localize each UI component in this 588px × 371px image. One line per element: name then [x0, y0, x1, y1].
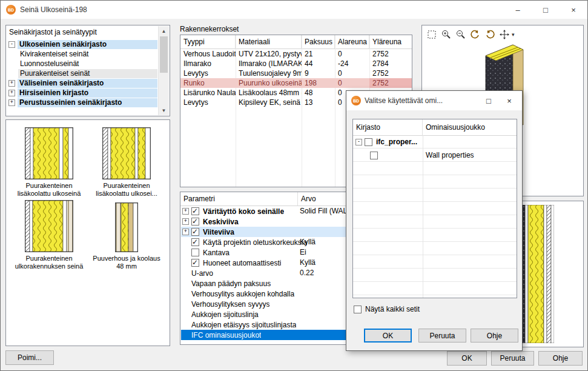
help-button[interactable]: Ohje — [538, 351, 583, 366]
pan-icon[interactable] — [498, 28, 510, 41]
layer-bottom-cell[interactable]: -24 — [335, 59, 369, 69]
dropdown-arrow-icon[interactable]: ▾ — [512, 32, 515, 38]
close-icon[interactable]: × — [560, 1, 587, 19]
checkbox-checked-icon[interactable] — [191, 238, 199, 246]
checkbox-checked-icon[interactable] — [191, 207, 199, 215]
param-value[interactable]: 0.22 — [300, 268, 314, 278]
param-value[interactable]: Solid Fill (WAL — [300, 206, 347, 216]
layer-thickness-cell[interactable]: 198 — [302, 78, 335, 88]
param-label: Verhousylitys aukkojen kohdalla — [191, 290, 294, 298]
layer-row[interactable]: Levytys Tuulensuojalevy 9m... 9 0 2752 — [180, 69, 412, 78]
checkbox-unchecked-icon[interactable] — [365, 138, 372, 146]
dialog-ok-button[interactable]: OK — [364, 329, 412, 343]
expand-icon[interactable]: + — [182, 218, 189, 225]
wall-type-thumbnail[interactable]: Puurakenteinen lisäkoolattu ulkoseinä — [12, 127, 86, 198]
rotate-left-icon[interactable] — [469, 28, 481, 41]
layer-thickness-cell[interactable]: 48 — [302, 88, 335, 98]
layer-row[interactable]: Verhous Laudoit... UTV 21x120, pystyv...… — [180, 49, 412, 59]
layers-title: Rakennekerrokset — [180, 25, 239, 33]
tree-item-perustusseinien-seinakirjasto[interactable]: + Perustusseinien seinäkirjasto — [7, 98, 157, 107]
scroll-up-icon[interactable]: ▲ — [159, 26, 169, 36]
layer-type-cell[interactable]: Verhous Laudoit... — [180, 49, 236, 59]
layer-type-cell[interactable]: Levytys — [180, 98, 236, 107]
scrollbar-thumb[interactable] — [160, 36, 168, 73]
checkbox-unchecked-icon[interactable] — [370, 152, 378, 159]
param-label: Huoneet automaattisesti — [203, 259, 281, 267]
layer-type-cell[interactable]: Runko — [180, 78, 236, 88]
checkbox-unchecked-icon[interactable] — [191, 249, 199, 256]
checkbox-checked-icon[interactable] — [191, 259, 199, 267]
tree-item-valiseinien-seinakirjasto[interactable]: + Väliseinien seinäkirjasto — [7, 78, 157, 88]
layer-top-cell[interactable]: 2784 — [369, 59, 412, 69]
wall-section-image — [102, 127, 151, 179]
show-all-sets-row[interactable]: Näytä kaikki setit — [354, 305, 420, 313]
layer-type-cell[interactable]: Ilmarako — [180, 59, 236, 69]
layer-type-cell[interactable]: Levytys — [180, 69, 236, 78]
wall-type-thumbnail[interactable]: Puurakenteinen lisäkoolattu ulkosei... — [90, 127, 164, 198]
param-label: U-arvo — [191, 269, 213, 278]
poimi-button[interactable]: Poimi... — [5, 350, 54, 365]
maximize-icon[interactable]: □ — [532, 1, 560, 19]
layer-material-cell[interactable]: Lisäkoolaus 48mm (... — [236, 88, 302, 98]
layer-thickness-cell[interactable]: 13 — [302, 98, 335, 107]
expand-icon[interactable]: + — [8, 90, 15, 96]
tree-item-kivirakenteiset-seinat[interactable]: Kivirakenteiset seinät — [7, 49, 157, 59]
param-label: Väritäyttö koko seinälle — [203, 207, 284, 216]
layer-top-cell[interactable]: 2752 — [369, 69, 412, 78]
layer-material-cell[interactable]: Tuulensuojalevy 9m... — [236, 69, 302, 78]
tree-scrollbar[interactable]: ▲ ▼ — [158, 26, 169, 115]
layer-bottom-cell[interactable]: 0 — [335, 69, 369, 78]
tree-item-puurakenteiset-seinat[interactable]: Puurakenteiset seinät — [7, 69, 157, 78]
scroll-down-icon[interactable]: ▼ — [159, 105, 169, 115]
maximize-icon[interactable]: □ — [478, 91, 499, 110]
rotate-right-icon[interactable] — [484, 28, 496, 41]
property-set-row[interactable]: Wall properties — [354, 149, 517, 162]
column-header: Tyyppi — [180, 35, 236, 48]
dialog-cancel-button[interactable]: Peruuta — [418, 329, 466, 343]
layer-bottom-cell[interactable]: 0 — [335, 78, 369, 88]
close-icon[interactable]: × — [499, 91, 520, 110]
zoom-in-icon[interactable] — [440, 28, 452, 41]
zoom-out-icon[interactable] — [455, 28, 467, 41]
layer-thickness-cell[interactable]: 9 — [302, 69, 335, 78]
layer-row[interactable]: Ilmarako Ilmarako (ILMARAKO) 44 -24 2784 — [180, 59, 412, 69]
layer-row-selected[interactable]: Runko Puurunko ulkoseinä ... 198 0 2752 — [180, 78, 412, 88]
layer-bottom-cell[interactable]: 0 — [335, 49, 369, 59]
layer-thickness-cell[interactable]: 21 — [302, 49, 335, 59]
layer-type-cell[interactable]: Lisärunko Naula... — [180, 88, 236, 98]
param-value[interactable]: Ei — [300, 247, 306, 258]
layer-thickness-cell[interactable]: 44 — [302, 59, 335, 69]
collapse-icon[interactable]: - — [8, 41, 15, 48]
tree-item-luonnosteluseinat[interactable]: Luonnosteluseinät — [7, 59, 157, 69]
layer-material-cell[interactable]: Ilmarako (ILMARAKO) — [236, 59, 302, 69]
property-set-row[interactable]: - ifc_proper... — [354, 135, 517, 149]
zoom-window-icon[interactable] — [426, 28, 438, 41]
expand-icon[interactable]: + — [8, 99, 15, 106]
tree-item-ulkoseinien-seinakirjasto[interactable]: - Ulkoseinien seinäkirjasto — [7, 39, 157, 49]
param-value[interactable]: Kyllä — [300, 258, 315, 268]
layer-material-cell[interactable]: Kipsilevy EK, seinä ... — [236, 98, 302, 107]
expand-icon[interactable]: + — [182, 229, 189, 235]
param-value[interactable]: Kyllä — [300, 237, 315, 247]
layer-material-cell[interactable]: Puurunko ulkoseinä ... — [236, 78, 302, 88]
cancel-button[interactable]: Peruuta — [491, 351, 534, 366]
expand-icon[interactable]: + — [8, 80, 15, 87]
checkbox-unchecked-icon[interactable] — [354, 306, 362, 313]
checkbox-checked-icon[interactable] — [191, 218, 199, 226]
checkbox-checked-icon[interactable] — [191, 228, 199, 236]
layer-top-cell[interactable]: 2752 — [369, 78, 412, 88]
wall-type-thumbnail[interactable]: Puuverhous ja koolaus 48 mm — [90, 202, 164, 270]
tree-item-hirsiseinien-kirjasto[interactable]: + Hirsiseinien kirjasto — [7, 88, 157, 98]
minimize-icon[interactable]: – — [504, 1, 532, 19]
collapse-icon[interactable]: - — [355, 139, 362, 145]
ok-button[interactable]: OK — [447, 351, 487, 366]
title-bar: BD Seinä Ulkoseinä-198 – □ × — [1, 1, 587, 19]
expand-icon[interactable]: + — [182, 208, 189, 215]
tree-item-label: Kivirakenteiset seinät — [18, 50, 90, 59]
layer-material-cell[interactable]: UTV 21x120, pystyv... — [236, 49, 302, 59]
dialog-help-button[interactable]: Ohje — [471, 329, 518, 343]
wall-type-thumbnail[interactable]: Puurakenteinen ulkorakennuksen seinä — [12, 200, 86, 270]
dialog-title: Valitse käytettävät omi... — [365, 96, 443, 105]
column-header: Ominaisuusjoukko — [423, 119, 517, 135]
layer-top-cell[interactable]: 2752 — [369, 49, 412, 59]
